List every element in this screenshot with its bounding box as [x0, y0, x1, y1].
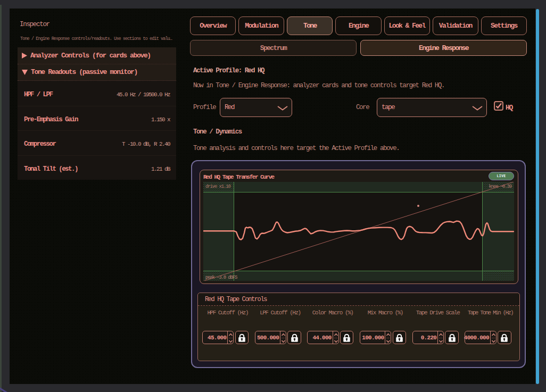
- svg-text:peak -3.0 dBFS: peak -3.0 dBFS: [205, 275, 237, 280]
- svg-text:drive x1.10: drive x1.10: [205, 184, 231, 189]
